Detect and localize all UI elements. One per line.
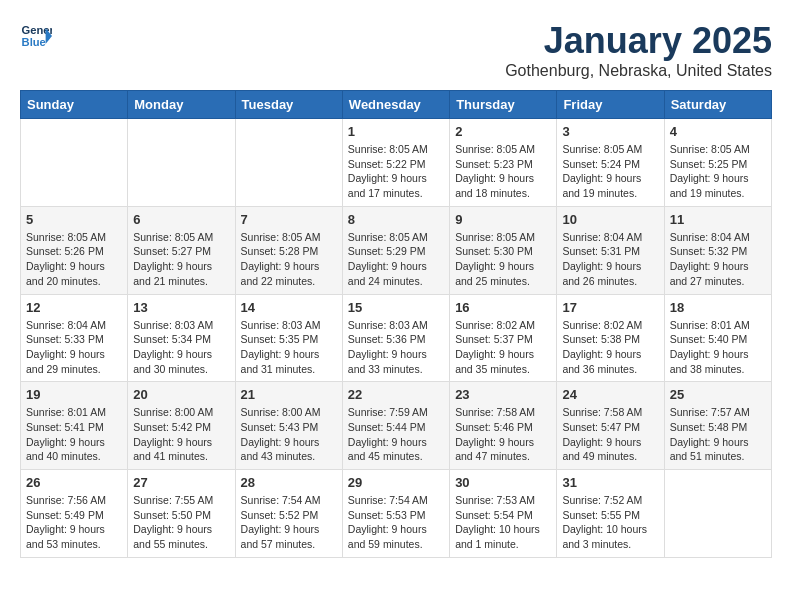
calendar-cell: 30Sunrise: 7:53 AM Sunset: 5:54 PM Dayli… — [450, 470, 557, 558]
calendar-week-3: 12Sunrise: 8:04 AM Sunset: 5:33 PM Dayli… — [21, 294, 772, 382]
calendar-body: 1Sunrise: 8:05 AM Sunset: 5:22 PM Daylig… — [21, 119, 772, 558]
calendar-cell: 3Sunrise: 8:05 AM Sunset: 5:24 PM Daylig… — [557, 119, 664, 207]
day-number: 24 — [562, 387, 658, 402]
header-thursday: Thursday — [450, 91, 557, 119]
calendar-cell: 4Sunrise: 8:05 AM Sunset: 5:25 PM Daylig… — [664, 119, 771, 207]
calendar-cell: 27Sunrise: 7:55 AM Sunset: 5:50 PM Dayli… — [128, 470, 235, 558]
day-info: Sunrise: 7:57 AM Sunset: 5:48 PM Dayligh… — [670, 405, 766, 464]
day-info: Sunrise: 8:05 AM Sunset: 5:29 PM Dayligh… — [348, 230, 444, 289]
calendar-week-4: 19Sunrise: 8:01 AM Sunset: 5:41 PM Dayli… — [21, 382, 772, 470]
header-tuesday: Tuesday — [235, 91, 342, 119]
calendar-cell: 6Sunrise: 8:05 AM Sunset: 5:27 PM Daylig… — [128, 206, 235, 294]
calendar-cell: 11Sunrise: 8:04 AM Sunset: 5:32 PM Dayli… — [664, 206, 771, 294]
header-wednesday: Wednesday — [342, 91, 449, 119]
day-info: Sunrise: 7:58 AM Sunset: 5:47 PM Dayligh… — [562, 405, 658, 464]
logo-icon: General Blue — [20, 20, 52, 52]
day-number: 11 — [670, 212, 766, 227]
calendar-week-2: 5Sunrise: 8:05 AM Sunset: 5:26 PM Daylig… — [21, 206, 772, 294]
day-number: 12 — [26, 300, 122, 315]
calendar-cell — [235, 119, 342, 207]
day-number: 10 — [562, 212, 658, 227]
calendar-cell: 25Sunrise: 7:57 AM Sunset: 5:48 PM Dayli… — [664, 382, 771, 470]
title-area: January 2025 Gothenburg, Nebraska, Unite… — [505, 20, 772, 80]
day-info: Sunrise: 8:05 AM Sunset: 5:22 PM Dayligh… — [348, 142, 444, 201]
day-number: 25 — [670, 387, 766, 402]
day-number: 15 — [348, 300, 444, 315]
day-info: Sunrise: 7:53 AM Sunset: 5:54 PM Dayligh… — [455, 493, 551, 552]
header: General Blue January 2025 Gothenburg, Ne… — [20, 20, 772, 80]
calendar-cell: 7Sunrise: 8:05 AM Sunset: 5:28 PM Daylig… — [235, 206, 342, 294]
calendar-cell: 20Sunrise: 8:00 AM Sunset: 5:42 PM Dayli… — [128, 382, 235, 470]
day-info: Sunrise: 8:05 AM Sunset: 5:25 PM Dayligh… — [670, 142, 766, 201]
calendar-week-5: 26Sunrise: 7:56 AM Sunset: 5:49 PM Dayli… — [21, 470, 772, 558]
day-number: 1 — [348, 124, 444, 139]
day-info: Sunrise: 8:05 AM Sunset: 5:26 PM Dayligh… — [26, 230, 122, 289]
calendar-cell: 12Sunrise: 8:04 AM Sunset: 5:33 PM Dayli… — [21, 294, 128, 382]
day-number: 7 — [241, 212, 337, 227]
day-info: Sunrise: 8:04 AM Sunset: 5:31 PM Dayligh… — [562, 230, 658, 289]
day-info: Sunrise: 8:04 AM Sunset: 5:33 PM Dayligh… — [26, 318, 122, 377]
day-info: Sunrise: 8:05 AM Sunset: 5:24 PM Dayligh… — [562, 142, 658, 201]
svg-text:Blue: Blue — [22, 36, 46, 48]
calendar-cell: 22Sunrise: 7:59 AM Sunset: 5:44 PM Dayli… — [342, 382, 449, 470]
day-info: Sunrise: 8:00 AM Sunset: 5:42 PM Dayligh… — [133, 405, 229, 464]
calendar-cell: 15Sunrise: 8:03 AM Sunset: 5:36 PM Dayli… — [342, 294, 449, 382]
calendar-cell: 5Sunrise: 8:05 AM Sunset: 5:26 PM Daylig… — [21, 206, 128, 294]
page-subtitle: Gothenburg, Nebraska, United States — [505, 62, 772, 80]
day-info: Sunrise: 8:02 AM Sunset: 5:37 PM Dayligh… — [455, 318, 551, 377]
header-friday: Friday — [557, 91, 664, 119]
calendar-cell — [128, 119, 235, 207]
day-info: Sunrise: 7:56 AM Sunset: 5:49 PM Dayligh… — [26, 493, 122, 552]
day-number: 14 — [241, 300, 337, 315]
calendar-cell: 24Sunrise: 7:58 AM Sunset: 5:47 PM Dayli… — [557, 382, 664, 470]
page-title: January 2025 — [505, 20, 772, 62]
day-number: 30 — [455, 475, 551, 490]
calendar-cell: 14Sunrise: 8:03 AM Sunset: 5:35 PM Dayli… — [235, 294, 342, 382]
day-info: Sunrise: 7:54 AM Sunset: 5:53 PM Dayligh… — [348, 493, 444, 552]
calendar-week-1: 1Sunrise: 8:05 AM Sunset: 5:22 PM Daylig… — [21, 119, 772, 207]
day-info: Sunrise: 8:05 AM Sunset: 5:23 PM Dayligh… — [455, 142, 551, 201]
calendar-cell — [664, 470, 771, 558]
calendar-cell: 9Sunrise: 8:05 AM Sunset: 5:30 PM Daylig… — [450, 206, 557, 294]
calendar-cell: 26Sunrise: 7:56 AM Sunset: 5:49 PM Dayli… — [21, 470, 128, 558]
calendar-cell: 29Sunrise: 7:54 AM Sunset: 5:53 PM Dayli… — [342, 470, 449, 558]
calendar-cell: 17Sunrise: 8:02 AM Sunset: 5:38 PM Dayli… — [557, 294, 664, 382]
day-info: Sunrise: 7:54 AM Sunset: 5:52 PM Dayligh… — [241, 493, 337, 552]
day-number: 31 — [562, 475, 658, 490]
day-number: 22 — [348, 387, 444, 402]
header-sunday: Sunday — [21, 91, 128, 119]
day-info: Sunrise: 8:04 AM Sunset: 5:32 PM Dayligh… — [670, 230, 766, 289]
calendar-cell: 23Sunrise: 7:58 AM Sunset: 5:46 PM Dayli… — [450, 382, 557, 470]
day-info: Sunrise: 8:02 AM Sunset: 5:38 PM Dayligh… — [562, 318, 658, 377]
day-number: 16 — [455, 300, 551, 315]
header-saturday: Saturday — [664, 91, 771, 119]
calendar-cell: 31Sunrise: 7:52 AM Sunset: 5:55 PM Dayli… — [557, 470, 664, 558]
day-number: 8 — [348, 212, 444, 227]
day-info: Sunrise: 7:55 AM Sunset: 5:50 PM Dayligh… — [133, 493, 229, 552]
day-number: 6 — [133, 212, 229, 227]
logo: General Blue — [20, 20, 52, 52]
day-info: Sunrise: 8:05 AM Sunset: 5:27 PM Dayligh… — [133, 230, 229, 289]
calendar-cell: 28Sunrise: 7:54 AM Sunset: 5:52 PM Dayli… — [235, 470, 342, 558]
calendar-cell: 8Sunrise: 8:05 AM Sunset: 5:29 PM Daylig… — [342, 206, 449, 294]
calendar-cell: 18Sunrise: 8:01 AM Sunset: 5:40 PM Dayli… — [664, 294, 771, 382]
day-number: 4 — [670, 124, 766, 139]
day-info: Sunrise: 8:01 AM Sunset: 5:40 PM Dayligh… — [670, 318, 766, 377]
day-info: Sunrise: 8:01 AM Sunset: 5:41 PM Dayligh… — [26, 405, 122, 464]
day-info: Sunrise: 7:59 AM Sunset: 5:44 PM Dayligh… — [348, 405, 444, 464]
day-number: 9 — [455, 212, 551, 227]
day-number: 13 — [133, 300, 229, 315]
day-info: Sunrise: 8:00 AM Sunset: 5:43 PM Dayligh… — [241, 405, 337, 464]
calendar-cell — [21, 119, 128, 207]
day-number: 19 — [26, 387, 122, 402]
calendar-cell: 19Sunrise: 8:01 AM Sunset: 5:41 PM Dayli… — [21, 382, 128, 470]
day-number: 21 — [241, 387, 337, 402]
calendar-header: Sunday Monday Tuesday Wednesday Thursday… — [21, 91, 772, 119]
day-info: Sunrise: 8:05 AM Sunset: 5:30 PM Dayligh… — [455, 230, 551, 289]
calendar-cell: 10Sunrise: 8:04 AM Sunset: 5:31 PM Dayli… — [557, 206, 664, 294]
day-number: 29 — [348, 475, 444, 490]
day-number: 5 — [26, 212, 122, 227]
calendar-table: Sunday Monday Tuesday Wednesday Thursday… — [20, 90, 772, 558]
header-monday: Monday — [128, 91, 235, 119]
day-number: 27 — [133, 475, 229, 490]
